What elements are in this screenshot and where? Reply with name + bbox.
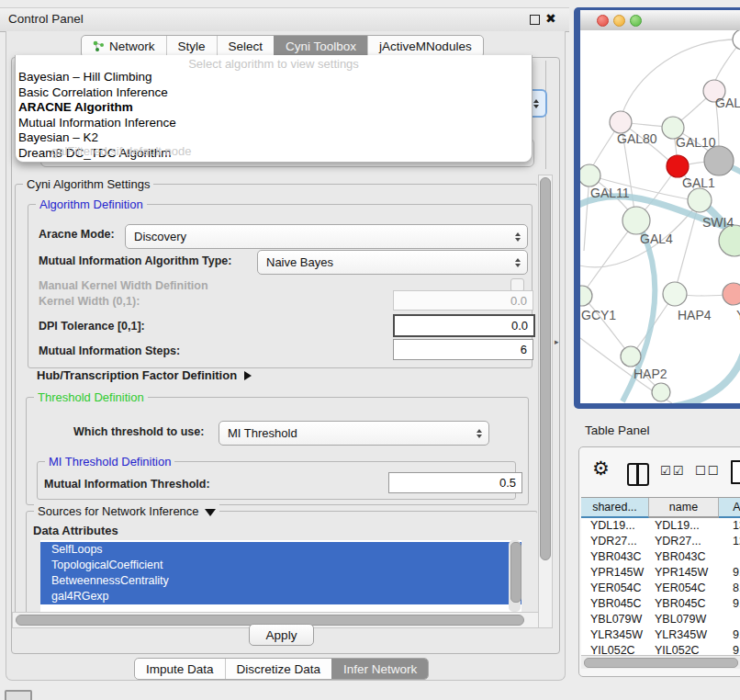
table-cell[interactable]: 9. — [719, 565, 740, 581]
network-node[interactable] — [704, 146, 734, 175]
table-cell[interactable]: YPR145W — [649, 565, 719, 581]
table-row[interactable]: YBR043CYBR043C — [581, 549, 740, 565]
attribute-list-scroll-thumb[interactable] — [510, 542, 521, 603]
aracne-mode-select[interactable]: Discovery — [125, 224, 528, 249]
table-cell[interactable]: 13 — [719, 518, 740, 534]
attribute-list-scrollbar[interactable] — [509, 540, 521, 612]
table-cell[interactable]: 9 — [719, 643, 740, 655]
table-cell[interactable]: YLR345W — [649, 627, 719, 643]
table-cell[interactable]: YER054C — [649, 581, 719, 596]
network-node[interactable] — [621, 346, 641, 367]
table-cell[interactable]: YBR043C — [581, 549, 649, 565]
table-cell[interactable]: 12 — [719, 534, 740, 549]
attribute-item-betweennesscentrality[interactable]: BetweennessCentrality — [40, 573, 521, 589]
table-cell[interactable] — [719, 612, 740, 627]
table-cell[interactable]: YIL052C — [581, 643, 649, 655]
table-cell[interactable]: 8. — [719, 581, 740, 596]
network-view-window[interactable]: GALGAL80GAL10GAL1GAL11SWI4GAL4GCY1HAP4YH… — [574, 7, 740, 409]
panel-divider-handle[interactable]: ▸ — [555, 337, 559, 346]
algorithm-option-bayesian-hill-climbing[interactable]: Bayesian – Hill Climbing — [18, 70, 529, 85]
tab-impute-data[interactable]: Impute Data — [135, 659, 225, 679]
split-columns-icon[interactable] — [627, 463, 649, 486]
tab-select[interactable]: Select — [217, 36, 275, 57]
network-node[interactable] — [622, 207, 650, 234]
minimized-panel-icon[interactable] — [5, 690, 32, 700]
network-node[interactable] — [667, 155, 689, 177]
table-row[interactable]: YBL079WYBL079W — [581, 612, 740, 627]
table-hscroll-thumb[interactable] — [584, 658, 738, 668]
hub-tf-definition-toggle[interactable]: Hub/Transcription Factor Definition — [37, 368, 252, 382]
network-graph[interactable]: GALGAL80GAL10GAL1GAL11SWI4GAL4GCY1HAP4YH… — [580, 30, 740, 403]
table-cell[interactable]: YDR27... — [581, 534, 649, 549]
table-cell[interactable]: YBR045C — [649, 596, 719, 612]
column-header-name[interactable]: name — [649, 498, 719, 518]
table-row[interactable]: YBR045CYBR045C9. — [581, 596, 740, 612]
network-node[interactable] — [580, 164, 600, 186]
column-header-shared[interactable]: shared... — [581, 498, 649, 518]
table-cell[interactable]: YPR145W — [581, 565, 649, 581]
column-header-a[interactable]: A — [719, 498, 740, 518]
table-cell[interactable]: YER054C — [581, 581, 649, 596]
table-row[interactable]: YDR27...YDR27...12 — [581, 534, 740, 549]
unchecked-pair-icon[interactable]: ☐☐ — [695, 464, 720, 478]
network-edge-thick[interactable] — [658, 347, 740, 403]
algorithm-option-basic-correlation-inference[interactable]: Basic Correlation Inference — [18, 85, 529, 101]
zoom-traffic-light-icon[interactable] — [630, 15, 642, 27]
settings-vscroll-thumb[interactable] — [540, 177, 551, 560]
algorithm-option-mutual-information-inference[interactable]: Mutual Information Inference — [18, 116, 529, 131]
table-cell[interactable]: YIL052C — [649, 643, 719, 655]
attribute-item-gal4rgexp[interactable]: gal4RGexp — [40, 589, 521, 604]
tab-style[interactable]: Style — [166, 36, 217, 57]
algorithm-option-aracne-algorithm[interactable]: ARACNE Algorithm — [18, 100, 529, 116]
settings-vertical-scrollbar[interactable] — [538, 175, 553, 628]
table-cell[interactable]: 9. — [719, 627, 740, 643]
network-node[interactable] — [719, 225, 740, 256]
tab-network[interactable]: Network — [82, 36, 166, 57]
checked-pair-icon[interactable]: ☑☑ — [660, 464, 685, 478]
table-row[interactable]: YDL19...YDL19...13 — [581, 518, 740, 534]
attribute-item-topologicalcoefficient[interactable]: TopologicalCoefficient — [40, 558, 521, 573]
table-cell[interactable]: YBL079W — [581, 612, 649, 627]
mi-steps-field[interactable]: 6 — [393, 339, 533, 360]
table-cell[interactable]: YDR27... — [649, 534, 719, 549]
network-node[interactable] — [723, 283, 740, 305]
mi-threshold-field[interactable]: 0.5 — [388, 472, 522, 493]
float-window-icon[interactable] — [530, 15, 540, 25]
network-canvas[interactable]: GALGAL80GAL10GAL1GAL11SWI4GAL4GCY1HAP4YH… — [580, 30, 740, 403]
table-row[interactable]: YER054CYER054C8. — [581, 581, 740, 596]
mi-algorithm-type-select[interactable]: Naive Bayes — [257, 250, 528, 275]
table-cell[interactable]: 9. — [719, 596, 740, 612]
page-icon[interactable] — [731, 460, 740, 484]
table-cell[interactable]: YBR045C — [581, 596, 649, 612]
which-threshold-select[interactable]: MI Threshold — [219, 421, 489, 446]
tab-discretize-data[interactable]: Discretize Data — [225, 659, 332, 679]
close-traffic-light-icon[interactable] — [597, 15, 609, 27]
network-node[interactable] — [610, 111, 632, 133]
table-cell[interactable]: YDL19... — [581, 518, 649, 534]
gear-icon[interactable]: ⚙ — [592, 457, 610, 480]
table-row[interactable]: YLR345WYLR345W9. — [581, 627, 740, 643]
network-node[interactable] — [733, 30, 740, 50]
dpi-tolerance-field[interactable]: 0.0 — [393, 314, 535, 337]
table-cell[interactable] — [719, 549, 740, 565]
table-row[interactable]: YIL052CYIL052C9 — [581, 643, 740, 655]
close-icon[interactable]: ✖ — [545, 11, 556, 26]
table-cell[interactable]: YDL19... — [649, 518, 719, 534]
sources-group-title[interactable]: Sources for Network Inference — [34, 504, 219, 518]
network-node[interactable] — [580, 286, 592, 306]
network-node[interactable] — [652, 383, 670, 401]
table-cell[interactable]: YBL079W — [649, 612, 719, 627]
table-cell[interactable]: YLR345W — [581, 627, 649, 643]
kernel-width-field[interactable]: 0.0 — [393, 290, 533, 310]
network-node[interactable] — [688, 188, 712, 212]
tab-infer-network[interactable]: Infer Network — [331, 659, 428, 679]
attribute-item-selfloops[interactable]: SelfLoops — [40, 542, 521, 558]
network-window-titlebar[interactable] — [580, 10, 740, 31]
table-horizontal-scrollbar[interactable] — [581, 655, 740, 669]
table-row[interactable]: YPR145WYPR145W9. — [581, 565, 740, 581]
minimize-traffic-light-icon[interactable] — [613, 15, 625, 27]
table-cell[interactable]: YBR043C — [649, 549, 719, 565]
network-node[interactable] — [663, 282, 687, 306]
apply-button[interactable]: Apply — [249, 624, 314, 646]
tab-cyni-toolbox[interactable]: Cyni Toolbox — [274, 36, 367, 57]
